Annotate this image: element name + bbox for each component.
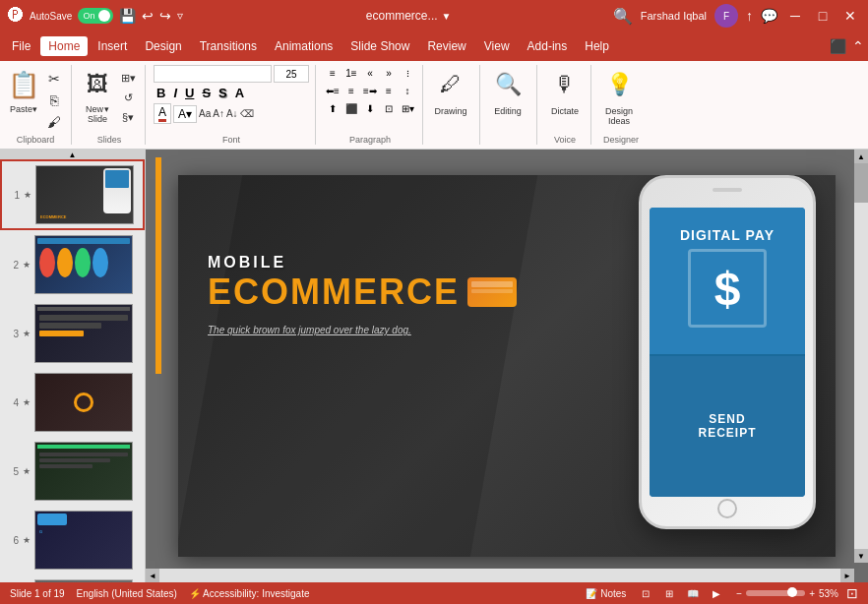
paste-button[interactable]: 📋 [6,65,41,104]
text-align-middle-button[interactable]: ⬛ [342,100,360,116]
menu-view[interactable]: View [476,36,518,56]
layout-button[interactable]: ⊞▾ [117,69,139,87]
new-slide-button[interactable]: 🖼 [80,65,115,104]
slide-item-7[interactable]: 7 ★ [0,574,145,582]
justify-button[interactable]: ≡ [380,83,398,98]
text-direction-button[interactable]: ↕ [399,83,416,98]
reading-view-button[interactable]: 📖 [683,585,703,601]
slide-content: MOBILE ECOMMERCE The quick brown fox jum… [178,175,836,557]
underline-button[interactable]: U [182,85,197,101]
orange-resize-bar[interactable] [155,157,161,374]
clipboard-label: Clipboard [6,133,65,145]
undo-icon[interactable]: ↩ [142,8,154,24]
canvas-horizontal-scrollbar[interactable]: ◄ ► [146,569,854,582]
star-icon-6: ★ [23,535,31,545]
font-name-input[interactable] [154,65,272,83]
section-button[interactable]: §▾ [117,108,139,126]
copy-button[interactable]: ⎘ [43,91,65,110]
menu-review[interactable]: Review [419,36,473,56]
decrease-indent-button[interactable]: « [361,65,379,81]
format-painter-button[interactable]: 🖌 [43,112,65,132]
numbering-button[interactable]: 1≡ [342,65,360,81]
fit-to-window-button[interactable]: ⊡ [846,585,858,601]
drawing-group: 🖊 Drawing [431,65,480,145]
zoom-in-button[interactable]: + [809,588,815,599]
slide-item-2[interactable]: 2 ★ [0,230,145,299]
ribbon-collapse-icon[interactable]: ⌃ [852,38,864,54]
close-button[interactable]: ✕ [840,6,860,26]
redo-icon[interactable]: ↪ [159,8,171,24]
shadow-button[interactable]: S [216,85,230,101]
user-name: Farshad Iqbal [641,10,707,22]
dictate-button[interactable]: 🎙 [545,65,585,104]
slide-panel-scroll-up[interactable]: ▲ [0,150,145,159]
slide-item-3[interactable]: 3 ★ [0,299,145,368]
slide-item-6[interactable]: 6 ★ G [0,506,145,574]
slide-item-1[interactable]: 1 ★ ECOMMERCE [0,159,145,230]
increase-indent-button[interactable]: » [380,65,398,81]
highlight-btn[interactable]: A▾ [173,105,197,123]
text-align-top-button[interactable]: ⬆ [324,100,341,116]
menu-home[interactable]: Home [40,36,88,56]
bold-button[interactable]: B [154,85,168,101]
scroll-left-arrow[interactable]: ◄ [146,569,159,582]
scroll-right-arrow[interactable]: ► [840,569,854,582]
align-right-button[interactable]: ≡➡ [361,83,379,98]
autosave-toggle[interactable]: On [78,8,113,24]
slide-sorter-button[interactable]: ⊞ [659,585,679,601]
reset-button[interactable]: ↺ [117,89,139,106]
menu-transitions[interactable]: Transitions [192,36,265,56]
menu-design[interactable]: Design [137,36,189,56]
bullets-button[interactable]: ≡ [324,65,341,81]
normal-view-button[interactable]: ⊡ [636,585,655,601]
text-align-bottom-button[interactable]: ⬇ [361,100,379,116]
zoom-slider[interactable] [746,590,805,596]
menu-animations[interactable]: Animations [267,36,341,56]
scroll-thumb-v[interactable] [854,163,868,203]
editing-label: Editing [494,106,522,116]
customize-icon[interactable]: ▿ [177,9,183,23]
editing-button[interactable]: 🔍 [488,65,527,104]
menu-slide-show[interactable]: Slide Show [342,36,417,56]
notes-button[interactable]: 📝 Notes [580,587,632,600]
columns-button[interactable]: ⫶ [399,65,416,81]
align-left-button[interactable]: ⬅≡ [324,83,341,98]
minimize-button[interactable]: ─ [785,6,805,26]
slide-item-4[interactable]: 4 ★ [0,368,145,437]
language-indicator[interactable]: English (United States) [77,588,177,599]
title-dropdown-icon[interactable]: ▼ [442,11,452,22]
scroll-down-arrow[interactable]: ▼ [854,549,868,563]
cut-button[interactable]: ✂ [43,69,65,89]
font-size-input[interactable] [274,65,309,83]
drawing-button[interactable]: 🖊 [431,65,470,104]
slides-group: 🖼 New▾ Slide ⊞▾ ↺ §▾ Slides [80,65,146,145]
convert-to-smartart-button[interactable]: ⊞▾ [399,100,416,116]
accessibility-indicator[interactable]: ⚡ Accessibility: Investigate [189,588,310,599]
clear-format-button[interactable]: A [232,85,247,101]
smartart-button[interactable]: ⊡ [380,100,398,116]
share-icon[interactable]: ↑ [746,8,753,24]
scroll-up-arrow[interactable]: ▲ [854,150,868,163]
comments-icon[interactable]: 💬 [761,8,777,24]
design-ideas-button[interactable]: 💡 [599,65,639,104]
italic-button[interactable]: I [170,85,180,101]
slide-item-5[interactable]: 5 ★ [0,437,145,506]
font-color-btn[interactable]: A [154,103,171,124]
menu-add-ins[interactable]: Add-ins [520,36,576,56]
menu-help[interactable]: Help [577,36,617,56]
ribbon-options-icon[interactable]: ⬛ [830,38,846,54]
slideshow-button[interactable]: ▶ [707,585,726,601]
menu-insert[interactable]: Insert [90,36,135,56]
zoom-level[interactable]: 53% [819,588,838,599]
send-receipt-text: SENDRECEIPT [698,412,756,440]
canvas-vertical-scrollbar[interactable]: ▲ ▼ [854,150,868,563]
slide-canvas[interactable]: MOBILE ECOMMERCE The quick brown fox jum… [178,175,836,557]
slide-info: Slide 1 of 19 [10,588,65,599]
zoom-out-button[interactable]: − [736,588,742,599]
search-icon[interactable]: 🔍 [613,7,633,26]
strikethrough-button[interactable]: S [199,85,214,101]
save-icon[interactable]: 💾 [119,8,136,24]
maximize-button[interactable]: □ [813,6,833,26]
menu-file[interactable]: File [4,36,38,56]
align-center-button[interactable]: ≡ [342,83,360,98]
